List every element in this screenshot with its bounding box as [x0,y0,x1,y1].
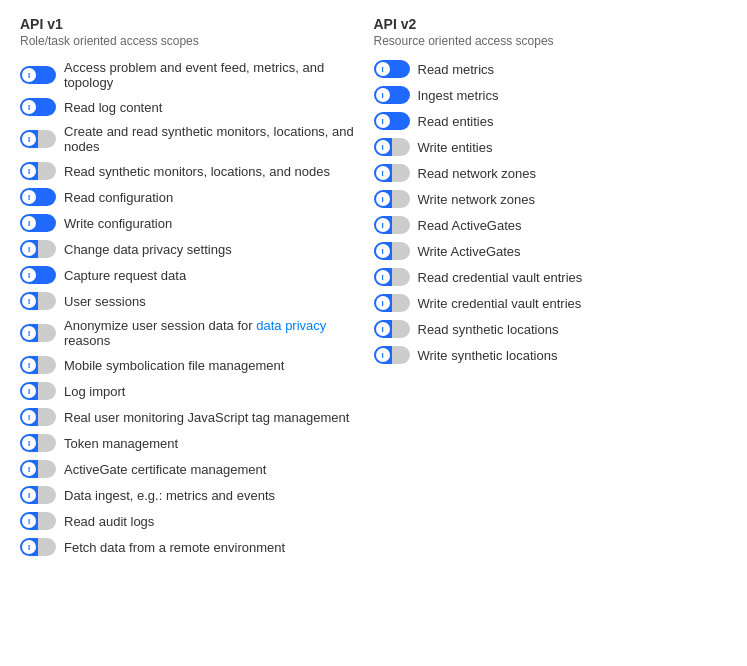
scope-label: Write ActiveGates [418,244,521,259]
toggle-switch[interactable]: I [374,138,410,156]
scope-label: Read credential vault entries [418,270,583,285]
scope-label: Write credential vault entries [418,296,582,311]
toggle-circle: I [376,62,390,76]
toggle-switch[interactable]: I [20,214,56,232]
scope-label: Token management [64,436,178,451]
scope-label: Read synthetic monitors, locations, and … [64,164,330,179]
toggle-circle: I [22,326,36,340]
toggle-switch[interactable]: I [20,162,56,180]
toggle-circle: I [376,114,390,128]
scope-label: Data ingest, e.g.: metrics and events [64,488,275,503]
toggle-circle: I [376,348,390,362]
toggle-switch[interactable]: I [374,60,410,78]
scope-item: IReal user monitoring JavaScript tag man… [20,408,364,426]
scope-label: Anonymize user session data for data pri… [64,318,364,348]
toggle-circle: I [376,218,390,232]
toggle-switch[interactable]: I [20,486,56,504]
toggle-switch[interactable]: I [374,190,410,208]
toggle-switch[interactable]: I [374,294,410,312]
scope-item: IRead metrics [374,60,718,78]
scope-label: Write entities [418,140,493,155]
toggle-circle: I [22,410,36,424]
toggle-circle: I [22,540,36,554]
toggle-switch[interactable]: I [374,346,410,364]
scope-label: User sessions [64,294,146,309]
api-v1-items-list: IAccess problem and event feed, metrics,… [20,60,364,556]
toggle-switch[interactable]: I [20,460,56,478]
toggle-circle: I [22,294,36,308]
toggle-circle: I [376,244,390,258]
scope-label: Read ActiveGates [418,218,522,233]
scope-item: IRead log content [20,98,364,116]
api-v1-title: API v1 [20,16,364,32]
scope-label: Read log content [64,100,162,115]
toggle-circle: I [22,164,36,178]
toggle-switch[interactable]: I [20,434,56,452]
scope-item: ILog import [20,382,364,400]
toggle-switch[interactable]: I [20,188,56,206]
scope-label: Write configuration [64,216,172,231]
scope-item: IWrite entities [374,138,718,156]
toggle-circle: I [376,270,390,284]
toggle-switch[interactable]: I [374,112,410,130]
scope-item: IWrite ActiveGates [374,242,718,260]
toggle-circle: I [22,488,36,502]
toggle-switch[interactable]: I [20,266,56,284]
scope-label: Fetch data from a remote environment [64,540,285,555]
scope-item: IAnonymize user session data for data pr… [20,318,364,348]
toggle-circle: I [22,514,36,528]
toggle-circle: I [22,358,36,372]
toggle-switch[interactable]: I [374,164,410,182]
scope-item: IWrite credential vault entries [374,294,718,312]
toggle-switch[interactable]: I [20,130,56,148]
toggle-switch[interactable]: I [20,382,56,400]
toggle-switch[interactable]: I [374,86,410,104]
scope-item: IMobile symbolication file management [20,356,364,374]
scope-item: IActiveGate certificate management [20,460,364,478]
scope-label: Read audit logs [64,514,154,529]
toggle-circle: I [376,140,390,154]
toggle-circle: I [22,216,36,230]
toggle-switch[interactable]: I [374,242,410,260]
toggle-circle: I [376,296,390,310]
scope-item: IRead synthetic monitors, locations, and… [20,162,364,180]
scope-item: IAccess problem and event feed, metrics,… [20,60,364,90]
toggle-switch[interactable]: I [20,66,56,84]
toggle-circle: I [22,68,36,82]
toggle-switch[interactable]: I [20,98,56,116]
toggle-switch[interactable]: I [20,356,56,374]
scope-item: IToken management [20,434,364,452]
toggle-switch[interactable]: I [20,408,56,426]
scope-item: IChange data privacy settings [20,240,364,258]
toggle-switch[interactable]: I [20,240,56,258]
toggle-switch[interactable]: I [20,538,56,556]
scope-item: IIngest metrics [374,86,718,104]
toggle-switch[interactable]: I [20,292,56,310]
toggle-switch[interactable]: I [374,320,410,338]
toggle-switch[interactable]: I [20,324,56,342]
scope-label: Read configuration [64,190,173,205]
scope-item: IFetch data from a remote environment [20,538,364,556]
toggle-circle: I [376,322,390,336]
scope-item: IRead entities [374,112,718,130]
scope-label: Read metrics [418,62,495,77]
toggle-circle: I [376,192,390,206]
scope-label: Ingest metrics [418,88,499,103]
scope-item: IRead network zones [374,164,718,182]
api-v2-subtitle: Resource oriented access scopes [374,34,718,48]
scope-label: ActiveGate certificate management [64,462,266,477]
toggle-switch[interactable]: I [374,216,410,234]
toggle-circle: I [376,88,390,102]
scope-label: Log import [64,384,125,399]
toggle-circle: I [376,166,390,180]
toggle-switch[interactable]: I [374,268,410,286]
scope-label: Write network zones [418,192,536,207]
scope-item: IWrite network zones [374,190,718,208]
scope-item: ICreate and read synthetic monitors, loc… [20,124,364,154]
api-v2-title: API v2 [374,16,718,32]
data-privacy-link[interactable]: data privacy [256,318,326,333]
toggle-circle: I [22,436,36,450]
scope-label: Read entities [418,114,494,129]
toggle-switch[interactable]: I [20,512,56,530]
scope-label: Change data privacy settings [64,242,232,257]
